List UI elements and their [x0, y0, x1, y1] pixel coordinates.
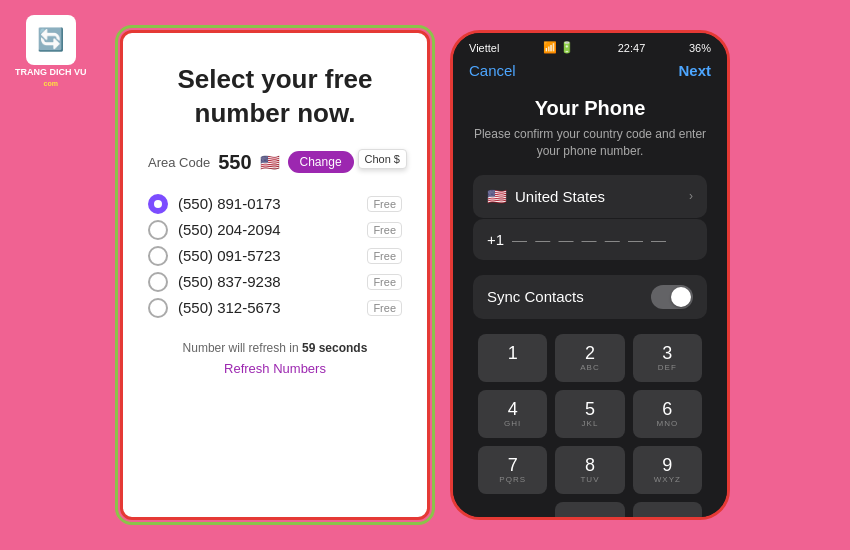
phone-number: (550) 891-0173 — [178, 195, 357, 212]
free-badge: Free — [367, 300, 402, 316]
radio-btn[interactable] — [148, 272, 168, 292]
logo-text: TRANG DICH VUcom — [15, 67, 87, 89]
country-flag: 🇺🇸 — [487, 187, 507, 206]
free-badge: Free — [367, 274, 402, 290]
radio-btn[interactable] — [148, 246, 168, 266]
phone-input-area[interactable]: +1 — — — — — — — — [473, 219, 707, 260]
list-item[interactable]: (550) 091-5723 Free — [148, 246, 402, 266]
phone-number: (550) 204-2094 — [178, 221, 357, 238]
battery-text: 36% — [689, 42, 711, 54]
your-phone-title: Your Phone — [473, 97, 707, 120]
phone-content: Your Phone Please confirm your country c… — [453, 87, 727, 520]
numpad-key-4[interactable]: 4 GHI — [478, 390, 547, 438]
area-code-label: Area Code — [148, 155, 210, 170]
radio-selected[interactable] — [148, 194, 168, 214]
radio-btn[interactable] — [148, 220, 168, 240]
country-name: United States — [515, 188, 681, 205]
sync-contacts-row: Sync Contacts — [473, 275, 707, 319]
phone-number: (550) 312-5673 — [178, 299, 357, 316]
free-badge: Free — [367, 248, 402, 264]
refresh-numbers-link[interactable]: Refresh Numbers — [148, 361, 402, 376]
radio-btn[interactable] — [148, 298, 168, 318]
change-button[interactable]: Change — [288, 151, 354, 173]
phone-number: (550) 837-9238 — [178, 273, 357, 290]
phone-number: (550) 091-5723 — [178, 247, 357, 264]
numpad-key-1[interactable]: 1 — [478, 334, 547, 382]
time-text: 22:47 — [618, 42, 646, 54]
main-container: Select your free number now. Area Code 5… — [0, 0, 850, 550]
country-code: +1 — [487, 231, 504, 248]
numpad-key-empty — [478, 502, 547, 520]
area-code-row: Area Code 550 🇺🇸 Change Chon $ — [148, 151, 402, 174]
area-code-value: 550 — [218, 151, 251, 174]
numpad-key-7[interactable]: 7 PQRS — [478, 446, 547, 494]
number-list: (550) 891-0173 Free (550) 204-2094 Free … — [148, 194, 402, 318]
numpad-key-3[interactable]: 3 DEF — [633, 334, 702, 382]
list-item[interactable]: (550) 204-2094 Free — [148, 220, 402, 240]
chevron-icon: › — [689, 189, 693, 203]
numpad-key-0[interactable]: 0 — [555, 502, 624, 520]
sync-contacts-label: Sync Contacts — [487, 288, 584, 305]
numpad-key-9[interactable]: 9 WXYZ — [633, 446, 702, 494]
numpad-key-delete[interactable]: ⌫ — [633, 502, 702, 520]
sync-contacts-toggle[interactable] — [651, 285, 693, 309]
nav-bar: Cancel Next — [453, 58, 727, 87]
free-badge: Free — [367, 196, 402, 212]
chon-bubble: Chon $ — [358, 149, 407, 169]
country-selector[interactable]: 🇺🇸 United States › — [473, 175, 707, 218]
numpad-key-2[interactable]: 2 ABC — [555, 334, 624, 382]
list-item[interactable]: (550) 312-5673 Free — [148, 298, 402, 318]
right-panel: Viettel 📶 🔋 22:47 36% Cancel Next Your P… — [450, 30, 730, 520]
numpad-key-6[interactable]: 6 MNO — [633, 390, 702, 438]
numpad: 1 2 ABC 3 DEF 4 GHI 5 JKL — [473, 334, 707, 520]
refresh-info: Number will refresh in 59 seconds — [148, 341, 402, 355]
free-badge: Free — [367, 222, 402, 238]
toggle-knob — [671, 287, 691, 307]
numpad-key-8[interactable]: 8 TUV — [555, 446, 624, 494]
status-icons: 📶 🔋 — [543, 41, 574, 54]
logo: 🔄 TRANG DICH VUcom — [15, 15, 87, 89]
panel-title: Select your free number now. — [148, 63, 402, 131]
phone-dashes: — — — — — — — — [512, 231, 668, 248]
your-phone-subtitle: Please confirm your country code and ent… — [473, 126, 707, 160]
status-bar: Viettel 📶 🔋 22:47 36% — [453, 33, 727, 58]
left-panel: Select your free number now. Area Code 5… — [120, 30, 430, 520]
numpad-key-5[interactable]: 5 JKL — [555, 390, 624, 438]
logo-icon: 🔄 — [26, 15, 76, 65]
carrier-text: Viettel — [469, 42, 499, 54]
list-item[interactable]: (550) 837-9238 Free — [148, 272, 402, 292]
cancel-button[interactable]: Cancel — [469, 62, 516, 79]
delete-icon: ⌫ — [656, 515, 679, 520]
list-item[interactable]: (550) 891-0173 Free — [148, 194, 402, 214]
next-button[interactable]: Next — [678, 62, 711, 79]
us-flag: 🇺🇸 — [260, 153, 280, 172]
